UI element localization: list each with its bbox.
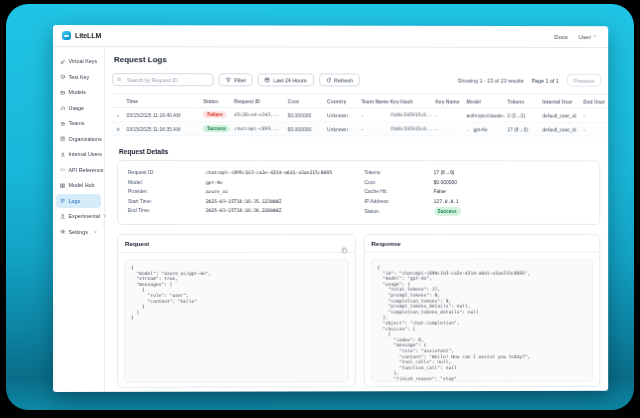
key-icon bbox=[60, 59, 65, 65]
cell-end-user: - bbox=[581, 108, 608, 122]
sidebar-item-label: Internal Users bbox=[68, 151, 102, 157]
fallback-arrow-icon: ← bbox=[466, 126, 471, 132]
docs-link[interactable]: Docs bbox=[554, 34, 568, 40]
sidebar-item-label: Organizations bbox=[68, 136, 101, 142]
sidebar-item-test-key[interactable]: Test Key bbox=[56, 70, 101, 85]
sidebar-item-settings[interactable]: Settings ∨ bbox=[56, 224, 101, 239]
user-icon bbox=[60, 152, 65, 158]
filter-icon bbox=[226, 77, 231, 82]
col-time: Time bbox=[124, 94, 201, 108]
cell-model: anthropic/claude-... bbox=[464, 108, 505, 122]
detail-value-start-time: 2025-03-15T18:16:35.123000Z bbox=[206, 198, 282, 205]
sidebar-item-label: Models bbox=[68, 89, 85, 95]
sidebar-item-models[interactable]: Models bbox=[56, 85, 101, 100]
response-panel: Response { "id": "chatcmpl-c899c1b3-ca2e… bbox=[363, 234, 600, 387]
detail-label: Model: bbox=[128, 179, 206, 187]
col-internal-user: Internal User bbox=[540, 95, 581, 108]
building-icon bbox=[60, 136, 65, 142]
detail-label: End Time: bbox=[128, 207, 206, 214]
table-row[interactable]: › 03/15/2025 11:16:40 AM Failure d5c26ce… bbox=[112, 108, 608, 123]
time-range-button-label: Last 24 Hours bbox=[273, 77, 306, 83]
cell-request-id: d5c26ce4-e343... bbox=[232, 108, 286, 122]
cell-country: Unknown bbox=[325, 108, 359, 122]
sidebar-item-experimental[interactable]: Experimental ∨ bbox=[56, 209, 101, 223]
detail-label: Cache Hit: bbox=[364, 188, 433, 195]
table-header-row: Time Status Request ID Cost Country Team… bbox=[112, 94, 608, 108]
detail-label: Request ID: bbox=[128, 169, 206, 177]
sidebar-item-label: Settings bbox=[68, 229, 87, 235]
sidebar-item-api-reference[interactable]: API Reference bbox=[56, 163, 101, 178]
sidebar-item-label: Teams bbox=[68, 120, 84, 126]
col-key-hash: Key Hash bbox=[388, 94, 433, 108]
detail-label: Provider: bbox=[128, 188, 206, 196]
expanded-log-detail: Request Details Request ID:chatcmpl-c899… bbox=[112, 136, 608, 392]
sidebar-item-model-hub[interactable]: Model Hub bbox=[56, 178, 101, 193]
sidebar-item-label: API Reference bbox=[68, 167, 103, 173]
detail-value-request-id: chatcmpl-c899c1b3-ca2e-4214-a6d1-a3ae215… bbox=[206, 169, 332, 176]
sidebar-item-teams[interactable]: Teams bbox=[56, 116, 101, 131]
cell-model: ←gpt-4o bbox=[464, 122, 505, 136]
test-key-icon bbox=[60, 74, 65, 80]
col-team-name: Team Name bbox=[359, 94, 388, 107]
request-details-title: Request Details bbox=[119, 148, 600, 155]
logs-table: Time Status Request ID Cost Country Team… bbox=[112, 93, 608, 136]
cell-country: Unknown bbox=[325, 122, 359, 136]
table-row[interactable]: ∨ 03/15/2025 11:16:35 AM Success chatcmp… bbox=[112, 122, 608, 136]
previous-page-button[interactable]: Previous bbox=[567, 74, 602, 87]
brand-name: LiteLLM bbox=[75, 32, 101, 39]
col-key-name: Key Name bbox=[433, 95, 464, 108]
response-json-code: { "id": "chatcmpl-c899c1b3-ca2e-4214-a6d… bbox=[370, 259, 593, 383]
user-menu[interactable]: User ∨ bbox=[579, 34, 597, 40]
detail-label: IP Address: bbox=[364, 198, 433, 205]
sidebar-item-internal-users[interactable]: Internal Users bbox=[56, 147, 101, 162]
gear-icon bbox=[60, 229, 65, 235]
cell-end-user: - bbox=[581, 122, 608, 136]
time-range-button[interactable]: Last 24 Hours bbox=[258, 73, 314, 86]
cell-internal-user: default_user_id bbox=[540, 108, 581, 122]
detail-value-tokens: 17 (8→9) bbox=[434, 169, 455, 176]
sidebar-item-virtual-keys[interactable]: Virtual Keys bbox=[56, 54, 101, 69]
sidebar-item-organizations[interactable]: Organizations bbox=[56, 132, 101, 147]
search-input[interactable] bbox=[125, 76, 209, 84]
col-country: Country bbox=[325, 94, 359, 107]
detail-value-ip-address: 127.0.0.1 bbox=[434, 198, 459, 205]
expand-row-icon[interactable]: › bbox=[112, 108, 124, 122]
user-menu-label: User bbox=[579, 34, 592, 40]
col-tokens: Tokens bbox=[505, 95, 540, 108]
filter-button[interactable]: Filter bbox=[219, 73, 253, 86]
detail-label: Tokens: bbox=[364, 169, 433, 176]
sidebar: Virtual Keys Test Key Models Usage Teams… bbox=[53, 47, 105, 392]
chevron-down-icon: ∨ bbox=[593, 34, 596, 38]
logs-toolbar: Filter Last 24 Hours Refresh Showing 1 -… bbox=[112, 73, 608, 87]
request-json-code: { "model": "azure_ai/gpt-4o", "stream": … bbox=[124, 259, 348, 383]
col-end-user: End User bbox=[581, 95, 608, 108]
cell-key-hash: fb66c565915c6... bbox=[388, 122, 433, 136]
main-content: Request Logs Filter Last 24 Hours Refres… bbox=[105, 47, 608, 392]
col-cost: Cost bbox=[286, 94, 325, 108]
detail-value-provider: azure_ai bbox=[206, 188, 228, 195]
search-icon bbox=[117, 77, 122, 82]
status-badge: Success bbox=[203, 125, 230, 132]
search-input-wrap bbox=[112, 73, 214, 86]
top-navbar: LiteLLM Docs User ∨ bbox=[53, 25, 608, 48]
litellm-logo-icon bbox=[62, 31, 71, 40]
app-window: LiteLLM Docs User ∨ Virtual Keys Test Ke… bbox=[53, 25, 608, 392]
sidebar-item-label: Logs bbox=[68, 198, 80, 204]
request-panel-title: Request bbox=[125, 240, 149, 247]
detail-value-end-time: 2025-03-15T18:16:36.228000Z bbox=[206, 207, 282, 214]
copy-icon[interactable] bbox=[340, 240, 347, 247]
refresh-button[interactable]: Refresh bbox=[319, 73, 360, 86]
request-details-card: Request ID:chatcmpl-c899c1b3-ca2e-4214-a… bbox=[117, 160, 600, 225]
cell-key-hash: fb66c565915c6... bbox=[388, 108, 433, 122]
col-request-id: Request ID bbox=[232, 94, 286, 108]
collapse-row-icon[interactable]: ∨ bbox=[112, 122, 124, 136]
status-badge: Failure bbox=[203, 111, 226, 118]
results-count: Showing 1 - 23 of 23 results bbox=[458, 77, 524, 83]
sidebar-item-usage[interactable]: Usage bbox=[56, 101, 101, 116]
sidebar-item-label: Usage bbox=[68, 105, 84, 111]
logs-icon bbox=[60, 198, 65, 203]
calendar-icon bbox=[265, 77, 270, 82]
cell-time: 03/15/2025 11:16:40 AM bbox=[124, 108, 201, 122]
detail-label: Status: bbox=[364, 208, 433, 215]
sidebar-item-logs[interactable]: Logs bbox=[56, 194, 101, 208]
